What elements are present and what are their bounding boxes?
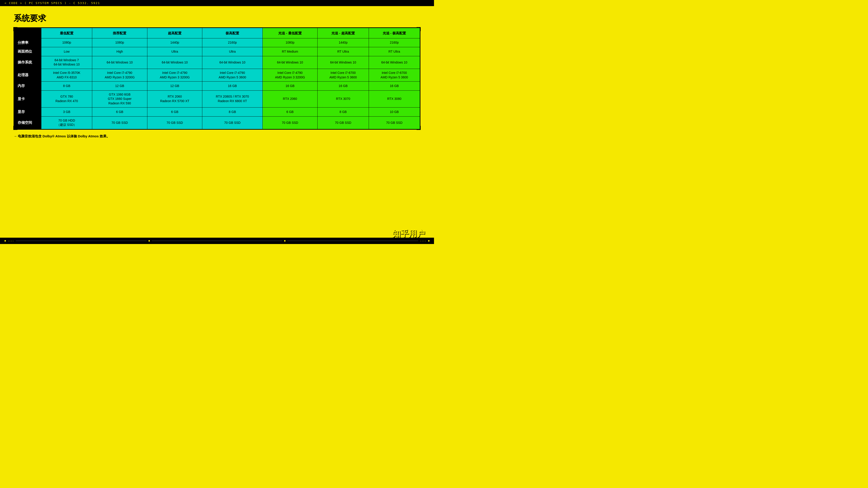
cell-0-0: 1080p [41, 38, 92, 47]
bottom-bar-right-text: :::: [420, 240, 426, 242]
header-rt-min: 光追 - 最低配置 [262, 28, 318, 38]
cell-0-5: 1440p [318, 38, 369, 47]
cell-5-1: GTX 1060 6GBGTX 1660 SuperRadeon RX 590 [92, 90, 147, 107]
cell-3-0: Intel Core i5-3570KAMD FX-8310 [41, 69, 92, 81]
footer-note: 电脑音效须包含 Dolby® Atmos 以体验 Dolby Atmos 效果。 [13, 134, 421, 138]
cell-1-4: RT Medium [262, 47, 318, 56]
specs-table-wrapper: 最低配置 推荐配置 超高配置 极高配置 光追 - 最低配置 光追 - 超高配置 … [13, 27, 421, 130]
cell-3-4: Intel Core i7-4790AMD Ryzen 3 3200G [262, 69, 318, 81]
cell-4-4: 16 GB [262, 82, 318, 90]
row-label-4: 内存 [14, 82, 41, 90]
cell-0-2: 1440p [147, 38, 202, 47]
cell-3-6: Intel Core i7-6700AMD Ryzen 5 3600 [369, 69, 420, 81]
corner-bracket-bl [13, 126, 18, 130]
cell-7-4: 70 GB SSD [262, 116, 318, 129]
cell-3-1: Intel Core i7-4790AMD Ryzen 3 3200G [92, 69, 147, 81]
table-row: 显存3 GB6 GB6 GB8 GB6 GB8 GB10 GB [14, 107, 420, 116]
cell-5-5: RTX 3070 [318, 90, 369, 107]
cell-4-5: 16 GB [318, 82, 369, 90]
cell-0-6: 2160p [369, 38, 420, 47]
cell-0-4: 1080p [262, 38, 318, 47]
header-extreme: 极高配置 [202, 28, 262, 38]
cell-6-0: 3 GB [41, 107, 92, 116]
cell-7-0: 70 GB HDD（建议 SSD） [41, 116, 92, 129]
cell-6-3: 8 GB [202, 107, 262, 116]
bottom-dot-4 [428, 240, 430, 241]
cell-7-2: 70 GB SSD [147, 116, 202, 129]
cell-2-4: 64-bit Windows 10 [262, 56, 318, 69]
bottom-bar-line-1 [16, 240, 147, 241]
bottom-dot-2 [149, 240, 150, 241]
cell-5-2: RTX 2060Radeon RX 5700 XT [147, 90, 202, 107]
cell-4-2: 12 GB [147, 82, 202, 90]
cell-2-6: 64-bit Windows 10 [369, 56, 420, 69]
specs-table: 最低配置 推荐配置 超高配置 极高配置 光追 - 最低配置 光追 - 超高配置 … [14, 28, 420, 129]
header-min: 最低配置 [41, 28, 92, 38]
cell-5-4: RTX 2060 [262, 90, 318, 107]
table-header-row: 最低配置 推荐配置 超高配置 极高配置 光追 - 最低配置 光追 - 超高配置 … [14, 28, 420, 38]
cell-5-3: RTX 2080S / RTX 3070Radeon RX 6800 XT [202, 90, 262, 107]
top-bar-text: < CODE > ( PC SYSTEM SPECS ) - C 5332. 5… [4, 1, 100, 5]
bottom-bar-line-3 [287, 240, 418, 241]
header-rt-ultra: 光追 - 超高配置 [318, 28, 369, 38]
table-row: 存储空间70 GB HDD（建议 SSD）70 GB SSD70 GB SSD7… [14, 116, 420, 129]
cell-3-2: Intel Core i7-4790AMD Ryzen 3 3200G [147, 69, 202, 81]
cell-6-2: 6 GB [147, 107, 202, 116]
bottom-bar-left-text: :::: [8, 240, 14, 242]
cell-6-6: 10 GB [369, 107, 420, 116]
header-label-col [14, 28, 41, 38]
cell-7-3: 70 GB SSD [202, 116, 262, 129]
cell-1-2: Ultra [147, 47, 202, 56]
cell-3-5: Intel Core i7-6700AMD Ryzen 5 3600 [318, 69, 369, 81]
table-row: 内存8 GB12 GB12 GB16 GB16 GB16 GB16 GB [14, 82, 420, 90]
cell-2-2: 64-bit Windows 10 [147, 56, 202, 69]
cell-1-6: RT Ultra [369, 47, 420, 56]
cell-5-0: GTX 780Radeon RX 470 [41, 90, 92, 107]
cell-1-5: RT Ultra [318, 47, 369, 56]
row-label-3: 处理器 [14, 69, 41, 81]
cell-7-5: 70 GB SSD [318, 116, 369, 129]
corner-bracket-tl [13, 27, 18, 31]
table-row: 显卡GTX 780Radeon RX 470GTX 1060 6GBGTX 16… [14, 90, 420, 107]
cell-0-3: 2160p [202, 38, 262, 47]
cell-5-6: RTX 3080 [369, 90, 420, 107]
cell-2-3: 64-bit Windows 10 [202, 56, 262, 69]
header-rt-extreme: 光追 - 极高配置 [369, 28, 420, 38]
cell-0-1: 1080p [92, 38, 147, 47]
bottom-dot-1 [4, 240, 6, 241]
cell-2-1: 64-bit Windows 10 [92, 56, 147, 69]
top-bar: < CODE > ( PC SYSTEM SPECS ) - C 5332. 5… [0, 0, 434, 6]
table-row: 画面档位LowHighUltraUltraRT MediumRT UltraRT… [14, 47, 420, 56]
cell-1-3: Ultra [202, 47, 262, 56]
cell-6-4: 6 GB [262, 107, 318, 116]
cell-4-1: 12 GB [92, 82, 147, 90]
page-title: 系统要求 [13, 13, 421, 24]
row-label-1: 画面档位 [14, 47, 41, 56]
row-label-5: 显卡 [14, 90, 41, 107]
table-row: 操作系统64-bit Windows 764-bit Windows 1064-… [14, 56, 420, 69]
table-row: 处理器Intel Core i5-3570KAMD FX-8310Intel C… [14, 69, 420, 81]
header-recommended: 推荐配置 [92, 28, 147, 38]
cell-2-0: 64-bit Windows 764-bit Windows 10 [41, 56, 92, 69]
header-ultra: 超高配置 [147, 28, 202, 38]
cell-6-5: 8 GB [318, 107, 369, 116]
cell-4-3: 16 GB [202, 82, 262, 90]
table-row: 分辨率1080p1080p1440p2160p1080p1440p2160p [14, 38, 420, 47]
cell-1-1: High [92, 47, 147, 56]
cell-2-5: 64-bit Windows 10 [318, 56, 369, 69]
row-label-6: 显存 [14, 107, 41, 116]
row-label-0: 分辨率 [14, 38, 41, 47]
cell-4-0: 8 GB [41, 82, 92, 90]
bottom-bar-line-2 [152, 240, 283, 241]
cell-1-0: Low [41, 47, 92, 56]
bottom-bar: :::: :::: [0, 238, 434, 244]
cell-3-3: Intel Core i7-4790AMD Ryzen 5 3600 [202, 69, 262, 81]
corner-bracket-br [416, 126, 421, 130]
cell-6-1: 6 GB [92, 107, 147, 116]
cell-7-1: 70 GB SSD [92, 116, 147, 129]
cell-7-6: 70 GB SSD [369, 116, 420, 129]
row-label-2: 操作系统 [14, 56, 41, 69]
row-label-7: 存储空间 [14, 116, 41, 129]
cell-4-6: 16 GB [369, 82, 420, 90]
corner-bracket-tr [416, 27, 421, 31]
